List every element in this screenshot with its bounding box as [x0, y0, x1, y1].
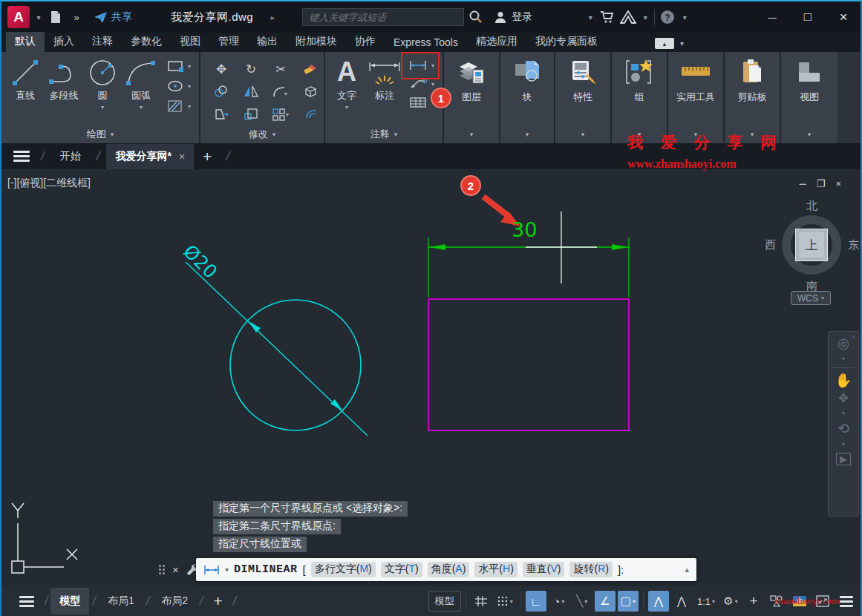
text-button[interactable]: A 文字 ▾ [330, 52, 364, 111]
explode-button[interactable] [303, 85, 318, 100]
copy-button[interactable] [214, 85, 229, 100]
ribbon-tab-output[interactable]: 输出 [248, 32, 287, 52]
panel-groups-caret[interactable]: ▾ [612, 125, 667, 143]
ribbon-tab-featured-apps[interactable]: 精选应用 [467, 32, 526, 52]
snap-toggle[interactable]: ▾ [494, 591, 516, 612]
wcs-dropdown[interactable]: WCS▾ [791, 291, 831, 305]
ribbon-tab-home[interactable]: 默认 [6, 32, 45, 52]
mirror-button[interactable] [244, 85, 258, 100]
view-button[interactable]: 视图 [781, 52, 837, 125]
ortho-toggle[interactable]: ∟ [526, 591, 546, 612]
panel-title-annotate[interactable]: 注释▾ [325, 125, 443, 143]
file-tab-close-icon[interactable]: × [179, 151, 185, 163]
new-file-icon[interactable] [48, 9, 64, 25]
login-caret-icon[interactable]: ▾ [586, 13, 595, 22]
orbit-icon[interactable]: ⟲ [837, 422, 849, 436]
command-option-angle[interactable]: 角度(A) [428, 562, 470, 577]
command-close-icon[interactable]: × [172, 563, 179, 576]
command-option-horizontal[interactable]: 水平(H) [474, 562, 517, 577]
zoom-extents-icon[interactable]: ✥ [838, 393, 848, 404]
leader-button[interactable]: ▾ [408, 78, 434, 90]
panel-title-modify[interactable]: 修改▾ [200, 125, 324, 143]
pan-icon[interactable]: ✋ [835, 373, 852, 387]
object-snap-toggle[interactable]: ▢▾ [618, 591, 639, 612]
drawing-area[interactable]: [-][俯视][二维线框] ─ ❐ × 北 上 西 东 南 WCS▾ × ◎ ▾… [1, 169, 861, 586]
panel-title-draw[interactable]: 绘图▾ [1, 125, 199, 143]
title-caret-icon[interactable]: ▸ [268, 13, 277, 22]
command-option-rotated[interactable]: 旋转(R) [569, 562, 612, 577]
command-option-text[interactable]: 文字(T) [381, 562, 422, 577]
ribbon-minimize-caret-icon[interactable]: ▾ [680, 39, 684, 47]
isolate-objects-button[interactable] [766, 591, 787, 612]
ellipse-button[interactable]: ▾ [166, 79, 191, 93]
dynamic-ucs-toggle[interactable]: ⋀ [671, 591, 692, 612]
ribbon-tab-manage[interactable]: 管理 [209, 32, 248, 52]
app-menu-button[interactable]: A [7, 6, 30, 28]
clipboard-button[interactable]: 剪贴板 [725, 52, 780, 125]
stretch-button[interactable] [214, 108, 229, 123]
file-tab-menu-icon[interactable] [9, 151, 34, 162]
close-button[interactable]: × [831, 6, 856, 28]
zoom-caret-icon[interactable]: ▾ [842, 410, 845, 416]
command-expand-icon[interactable]: ▴ [685, 565, 689, 574]
panel-layers-caret[interactable]: ▾ [444, 125, 499, 143]
viewport-minimize-icon[interactable]: ─ [800, 178, 806, 189]
new-drawing-button[interactable]: + [195, 148, 219, 166]
quick-access-expand-icon[interactable]: » [68, 9, 85, 25]
command-drag-handle[interactable] [159, 565, 165, 574]
layout-tab-layout2[interactable]: 布局2 [152, 588, 197, 615]
line-button[interactable]: 直线 [6, 52, 45, 113]
array-button[interactable]: ▾ [272, 108, 290, 123]
dimension-button[interactable]: 标注 [364, 52, 405, 111]
hatch-button[interactable]: ▾ [166, 99, 191, 113]
layers-button[interactable]: 图层 [444, 52, 499, 125]
properties-button[interactable]: 特性 [555, 52, 610, 125]
panel-properties-caret[interactable]: ▾ [555, 125, 610, 143]
command-recent-caret-icon[interactable]: ▾ [225, 566, 229, 574]
entity-rectangle[interactable] [428, 299, 629, 430]
ribbon-tab-custom-panel[interactable]: 我的专属面板 [526, 32, 607, 52]
app-store-cart-icon[interactable] [599, 9, 616, 25]
command-option-vertical[interactable]: 垂直(V) [523, 562, 565, 577]
ribbon-tab-parametric[interactable]: 参数化 [122, 32, 171, 52]
text-caret-icon[interactable]: ▾ [345, 104, 348, 111]
panel-view-caret[interactable]: ▾ [781, 125, 837, 143]
rectangle-button[interactable]: ▾ [166, 59, 191, 73]
layout-tab-model[interactable]: 模型 [50, 588, 89, 615]
drawing-canvas[interactable] [1, 169, 861, 586]
linear-dimension-button[interactable]: ▾ [408, 59, 434, 71]
viewport-controls-label[interactable]: [-][俯视][二维线框] [7, 177, 91, 190]
viewcube-top-face[interactable]: 上 [795, 229, 828, 261]
ribbon-tab-collaborate[interactable]: 协作 [346, 32, 385, 52]
linear-dimension-caret-icon[interactable]: ▾ [431, 62, 434, 69]
help-icon[interactable]: ? [659, 9, 676, 25]
fillet-button[interactable]: ▾ [272, 85, 289, 100]
annotation-scale-button[interactable]: 1:1▾ [694, 591, 718, 612]
command-option-mtext[interactable]: 多行文字(M) [311, 562, 376, 577]
viewcube-west[interactable]: 西 [765, 238, 776, 252]
autodesk-logo-icon[interactable] [620, 9, 636, 25]
showmotion-icon[interactable]: ▶ [836, 453, 851, 465]
new-layout-button[interactable]: + [206, 592, 229, 610]
panel-block-caret[interactable]: ▾ [500, 125, 554, 143]
rotate-button[interactable]: ↻ [246, 63, 256, 76]
navigation-wheel-icon[interactable]: ◎ [837, 336, 850, 350]
command-line[interactable]: ▾ DIMLINEAR [ 多行文字(M) 文字(T) 角度(A) 水平(H) … [196, 558, 696, 581]
trim-button[interactable]: ✂ [275, 63, 286, 76]
circle-flyout-caret-icon[interactable]: ▾ [101, 104, 104, 111]
block-button[interactable]: 块 [500, 52, 554, 125]
model-space-toggle[interactable]: 模型 [428, 591, 461, 612]
object-snap-tracking-toggle[interactable]: ∠ [595, 591, 616, 612]
layout-menu-icon[interactable] [12, 596, 42, 607]
layout-tab-layout1[interactable]: 布局1 [99, 588, 143, 615]
maximize-button[interactable]: □ [795, 6, 820, 28]
scale-button[interactable] [244, 108, 258, 123]
circle-button[interactable]: 圆 ▾ [83, 52, 122, 113]
workspace-switching-button[interactable]: ⚙▾ [720, 591, 741, 612]
arc-flyout-caret-icon[interactable]: ▾ [140, 104, 143, 111]
graphics-performance-button[interactable] [789, 591, 810, 612]
file-tab-document[interactable]: 我爱分享网* × [106, 144, 194, 169]
orbit-caret-icon[interactable]: ▾ [842, 441, 845, 448]
polar-tracking-toggle[interactable]: ◔▾ [549, 591, 569, 612]
hatch-caret-icon[interactable]: ▾ [188, 103, 191, 110]
